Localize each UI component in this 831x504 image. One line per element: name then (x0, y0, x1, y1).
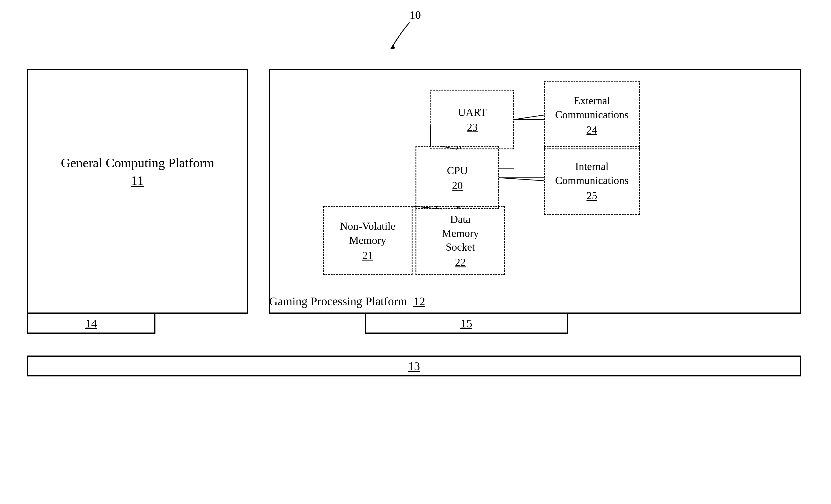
footer-14-number: 14 (85, 316, 97, 330)
dms-box: Data Memory Socket 22 (416, 206, 505, 275)
bus-number: 13 (408, 359, 420, 373)
nvm-label: Non-Volatile Memory (340, 219, 395, 247)
dms-label: Data Memory Socket (442, 212, 479, 254)
cpu-label: CPU (447, 164, 468, 178)
nvm-box: Non-Volatile Memory 21 (323, 206, 412, 275)
external-comm-box: External Communications 24 (544, 81, 640, 149)
footer-box-15: 15 (365, 313, 568, 334)
int-comm-label: Internal Communications (555, 159, 629, 188)
uart-number: 23 (467, 121, 478, 134)
arrow-curve (392, 22, 409, 48)
gaming-platform-text: Gaming Processing Platform (269, 294, 407, 308)
general-platform-label: General Computing Platform 11 (27, 155, 248, 188)
general-platform-text: General Computing Platform (61, 156, 214, 170)
gaming-platform-number: 12 (413, 294, 425, 308)
footer-box-14: 14 (27, 313, 155, 334)
gaming-platform-label-container: Gaming Processing Platform 12 (269, 294, 759, 308)
cpu-box: CPU 20 (416, 146, 499, 209)
footer-15-number: 15 (460, 316, 472, 330)
uart-box: UART 23 (430, 90, 514, 149)
arrowhead (390, 44, 395, 49)
diagram-container: 10 General Computing Platform 11 14 Gami… (0, 0, 831, 504)
ext-comm-label: External Communications (555, 94, 629, 122)
cpu-number: 20 (452, 179, 463, 192)
gaming-platform-box (269, 69, 801, 314)
uart-label: UART (458, 106, 487, 119)
diagram-number-10: 10 (409, 8, 421, 22)
general-platform-box (27, 69, 248, 314)
internal-comm-box: Internal Communications 25 (544, 146, 640, 215)
int-comm-number: 25 (586, 189, 597, 202)
general-platform-number: 11 (27, 173, 248, 188)
nvm-number: 21 (362, 249, 373, 262)
bottom-bus-box: 13 (27, 356, 801, 377)
ext-comm-number: 24 (586, 124, 597, 136)
dms-number: 22 (455, 256, 466, 269)
